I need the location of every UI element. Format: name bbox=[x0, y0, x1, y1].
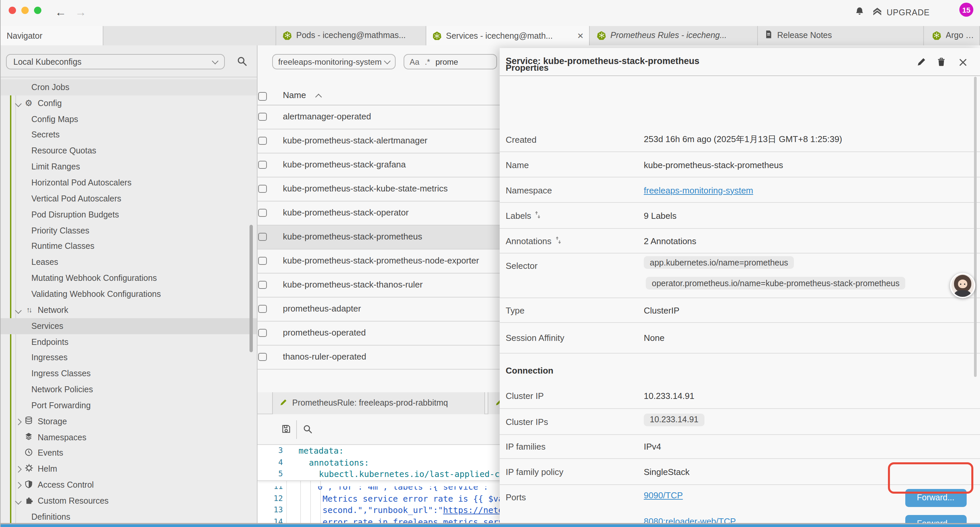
detail-row-cluster-ip: Cluster IP10.233.14.91 bbox=[500, 384, 980, 409]
sidebar-item-events[interactable]: Events bbox=[0, 445, 257, 461]
sidebar-item-secrets[interactable]: Secrets bbox=[0, 127, 257, 143]
back-button[interactable]: ← bbox=[52, 4, 69, 21]
tree-chevron-right-icon[interactable] bbox=[16, 417, 21, 426]
profile-notification-badge[interactable]: 15 bbox=[959, 3, 973, 17]
sidebar-item-network[interactable]: ↑↓Network bbox=[0, 302, 257, 318]
close-icon[interactable] bbox=[958, 57, 968, 67]
sidebar-item-namespaces[interactable]: Namespaces bbox=[0, 429, 257, 445]
sidebar-item-runtime-classes[interactable]: Runtime Classes bbox=[0, 239, 257, 255]
table-search-input[interactable]: Aa .* prome bbox=[404, 54, 497, 69]
tab-pods-icecheng-mathmas-[interactable]: Pods - icecheng@mathmas... bbox=[275, 26, 426, 45]
row-checkbox[interactable] bbox=[258, 232, 267, 241]
sidebar-item-custom-resources[interactable]: Custom Resources bbox=[0, 493, 257, 509]
sidebar-item-label: Horizontal Pod Autoscalers bbox=[31, 178, 131, 188]
save-icon[interactable] bbox=[282, 424, 291, 436]
row-checkbox[interactable] bbox=[258, 280, 267, 289]
sort-arrows-icon bbox=[535, 211, 541, 221]
detail-value-badge: 10.233.14.91 bbox=[644, 413, 705, 426]
sidebar-item-limit-ranges[interactable]: Limit Ranges bbox=[0, 159, 257, 175]
sidebar-item-ingress-classes[interactable]: Ingress Classes bbox=[0, 366, 257, 382]
service-name: kube-prometheus-stack-alertmanager bbox=[283, 135, 428, 145]
tree-chevron-right-icon[interactable] bbox=[16, 480, 21, 490]
sidebar-search-icon[interactable] bbox=[237, 56, 248, 69]
sidebar-item-config-maps[interactable]: Config Maps bbox=[0, 111, 257, 127]
sidebar-item-cron-jobs[interactable]: Cron Jobs bbox=[0, 80, 257, 96]
detail-label: Namespace bbox=[506, 177, 552, 203]
puzzle-icon bbox=[25, 496, 33, 506]
tab-release-notes[interactable]: Release Notes bbox=[758, 26, 924, 45]
row-checkbox[interactable] bbox=[258, 185, 267, 193]
sidebar-item-port-forwarding[interactable]: Port Forwarding bbox=[0, 398, 257, 414]
regex-toggle[interactable]: .* bbox=[425, 57, 430, 66]
close-window-button[interactable] bbox=[9, 7, 16, 14]
detail-row-created: Created253d 16h 6m ago (2025年1月13日 GMT+8… bbox=[500, 127, 980, 152]
sidebar-item-endpoints[interactable]: Endpoints bbox=[0, 334, 257, 350]
port-link[interactable]: 9090/TCP bbox=[644, 490, 683, 500]
tree-chevron-down-icon[interactable] bbox=[16, 306, 21, 315]
edit-pencil-icon[interactable] bbox=[916, 57, 926, 67]
row-checkbox[interactable] bbox=[258, 328, 267, 337]
sidebar-item-label: Vertical Pod Autoscalers bbox=[31, 194, 121, 204]
sidebar-item-horizontal-pod-autoscalers[interactable]: Horizontal Pod Autoscalers bbox=[0, 175, 257, 191]
sidebar-item-leases[interactable]: Leases bbox=[0, 255, 257, 271]
sidebar-item-validating-webhook-configurations[interactable]: Validating Webhook Configurations bbox=[0, 286, 257, 302]
sidebar-item-helm[interactable]: Helm bbox=[0, 461, 257, 477]
forward-button[interactable]: → bbox=[72, 4, 89, 21]
sidebar-scrollbar[interactable] bbox=[250, 224, 253, 352]
panel-scrollbar[interactable] bbox=[974, 77, 976, 377]
sidebar-item-mutating-webhook-configurations[interactable]: Mutating Webhook Configurations bbox=[0, 270, 257, 286]
detail-value-link[interactable]: freeleaps-monitoring-system bbox=[644, 177, 753, 203]
namespace-filter-dropdown[interactable]: freeleaps-monitoring-system bbox=[272, 54, 396, 69]
row-checkbox[interactable] bbox=[258, 161, 267, 169]
service-name: prometheus-operated bbox=[283, 327, 366, 337]
tab-argo-se[interactable]: Argo Se bbox=[926, 26, 980, 45]
window-titlebar: ← → UPGRADE 15 bbox=[0, 0, 980, 27]
tab-services-icecheng-math-[interactable]: Services - icecheng@math...✕ bbox=[426, 26, 590, 46]
detail-value: 2 Annotations bbox=[644, 228, 697, 253]
sidebar-item-access-control[interactable]: Access Control bbox=[0, 477, 257, 493]
row-checkbox[interactable] bbox=[258, 112, 267, 121]
sidebar-item-services[interactable]: Services bbox=[0, 318, 257, 334]
upgrade-button[interactable]: UPGRADE bbox=[886, 8, 930, 18]
sidebar-item-storage[interactable]: Storage bbox=[0, 414, 257, 430]
sidebar-item-network-policies[interactable]: Network Policies bbox=[0, 382, 257, 398]
detail-row-name: Namekube-prometheus-stack-prometheus bbox=[500, 152, 980, 177]
row-checkbox[interactable] bbox=[258, 209, 267, 217]
sidebar-item-vertical-pod-autoscalers[interactable]: Vertical Pod Autoscalers bbox=[0, 191, 257, 207]
editor-tab-prometheusrule[interactable]: PrometheusRule: freeleaps-prod-rabbitmq bbox=[272, 392, 485, 414]
tree-chevron-down-icon[interactable] bbox=[16, 99, 21, 108]
match-case-toggle[interactable]: Aa bbox=[410, 57, 419, 66]
assistant-avatar[interactable] bbox=[950, 273, 975, 298]
sidebar-item-priority-classes[interactable]: Priority Classes bbox=[0, 223, 257, 239]
sidebar-item-label: Leases bbox=[31, 258, 58, 267]
detail-value: SingleStack bbox=[644, 459, 689, 485]
sidebar-item-label: Helm bbox=[38, 465, 57, 474]
sidebar-item-ingresses[interactable]: Ingresses bbox=[0, 350, 257, 366]
tree-chevron-right-icon[interactable] bbox=[16, 465, 21, 474]
row-checkbox[interactable] bbox=[258, 256, 267, 265]
editor-search-icon[interactable] bbox=[303, 424, 313, 436]
tree-chevron-down-icon[interactable] bbox=[16, 496, 21, 506]
name-column-header[interactable]: Name bbox=[283, 90, 306, 100]
kubernetes-icon bbox=[433, 32, 441, 40]
upgrade-chevrons-icon[interactable] bbox=[872, 5, 883, 19]
navigator-tab[interactable]: Navigator bbox=[0, 26, 103, 46]
row-checkbox[interactable] bbox=[258, 353, 267, 361]
sidebar-item-definitions[interactable]: Definitions bbox=[0, 509, 257, 525]
service-name: prometheus-adapter bbox=[283, 303, 361, 313]
select-all-checkbox[interactable] bbox=[258, 92, 267, 100]
zoom-window-button[interactable] bbox=[34, 7, 41, 14]
row-checkbox[interactable] bbox=[258, 304, 267, 313]
sidebar-item-resource-quotas[interactable]: Resource Quotas bbox=[0, 143, 257, 159]
delete-trash-icon[interactable] bbox=[935, 57, 946, 67]
notifications-bell-icon[interactable] bbox=[854, 7, 865, 20]
sidebar-item-config[interactable]: ⚙Config bbox=[0, 96, 257, 111]
row-checkbox[interactable] bbox=[258, 137, 267, 145]
kubeconfig-selector[interactable]: Local Kubeconfigs bbox=[6, 54, 225, 69]
sidebar-item-label: Storage bbox=[38, 417, 67, 426]
close-tab-icon[interactable]: ✕ bbox=[576, 31, 584, 41]
minimize-window-button[interactable] bbox=[21, 7, 29, 14]
sidebar-item-pod-disruption-budgets[interactable]: Pod Disruption Budgets bbox=[0, 207, 257, 223]
tab-prometheus-rules-icechen[interactable]: Prometheus Rules - icecheng... bbox=[590, 26, 758, 45]
detail-label: Type bbox=[506, 298, 524, 323]
